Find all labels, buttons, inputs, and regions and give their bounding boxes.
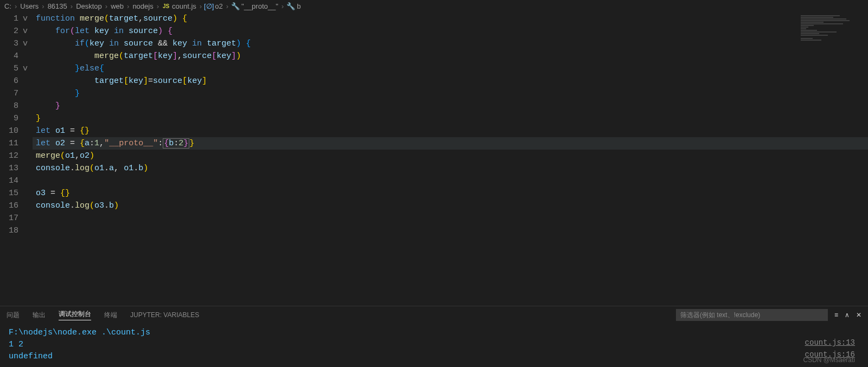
console-line: undefined <box>9 351 859 363</box>
tab-output[interactable]: 输出 <box>33 311 46 320</box>
fold-gutter[interactable]: v v v v <box>23 12 33 306</box>
code-line: console.log(o1.a, o1.b) <box>33 162 868 175</box>
code-line: target[key]=source[key] <box>33 75 868 87</box>
code-line: } <box>33 87 868 100</box>
chevron-right-icon: › <box>157 2 159 10</box>
crumb-symbol-b[interactable]: 🔧 b <box>287 2 301 10</box>
chevron-right-icon: › <box>200 2 202 10</box>
code-line: console.log(o3.b) <box>33 199 868 212</box>
crumb-file-label: count.js <box>172 2 196 10</box>
crumb-desktop[interactable]: Desktop <box>76 2 102 10</box>
debug-console-output[interactable]: F:\nodejs\node.exe .\count.js 1 2 undefi… <box>0 324 868 367</box>
chevron-right-icon: › <box>282 2 284 10</box>
line-number-gutter: 1 2 3 4 5 6 7 8 9 10 11 12 13 14 15 16 1… <box>0 12 23 306</box>
wrench-icon: 🔧 <box>287 3 295 10</box>
console-command: F:\nodejs\node.exe .\count.js <box>9 327 859 339</box>
breadcrumb: C:› Users› 86135› Desktop› web› nodejs› … <box>0 0 868 12</box>
code-line: if(key in source && key in target) { <box>33 37 868 50</box>
object-icon: [∅] <box>205 3 213 10</box>
code-content[interactable]: function merge(target,source) { for(let … <box>33 12 868 306</box>
crumb-nodejs[interactable]: nodejs <box>132 2 153 10</box>
tab-problems[interactable]: 问题 <box>7 311 20 320</box>
chevron-right-icon: › <box>15 2 17 10</box>
code-line: merge(target[key],source[key]) <box>33 50 868 62</box>
crumb-sym-label: b <box>297 2 301 10</box>
console-line: 1 2 <box>9 339 859 351</box>
chevron-right-icon: › <box>71 2 73 10</box>
code-line <box>33 224 868 237</box>
minimap[interactable] <box>801 15 866 47</box>
code-line: }else{ <box>33 62 868 75</box>
chevron-right-icon: › <box>105 2 107 10</box>
chevron-right-icon: › <box>127 2 129 10</box>
close-icon[interactable]: ✕ <box>856 311 861 319</box>
code-line <box>33 175 868 187</box>
code-line-active: let o2 = {a:1,"__proto__":{b:2}} <box>33 137 868 150</box>
tab-terminal[interactable]: 终端 <box>104 311 117 320</box>
tab-debug-console[interactable]: 调试控制台 <box>59 310 91 320</box>
crumb-sym-label: "__proto__" <box>241 2 278 10</box>
source-location-link[interactable]: count.js:13 <box>805 337 855 349</box>
code-line: let o1 = {} <box>33 125 868 137</box>
code-line: function merge(target,source) { <box>33 12 868 25</box>
watermark: CSDN @Msaerati <box>803 354 855 366</box>
crumb-86135[interactable]: 86135 <box>48 2 67 10</box>
js-file-icon: JS <box>162 3 170 10</box>
crumb-symbol-o2[interactable]: [∅] o2 <box>205 2 222 10</box>
crumb-drive[interactable]: C: <box>4 2 11 10</box>
filter-input[interactable] <box>676 309 828 321</box>
crumb-users[interactable]: Users <box>20 2 39 10</box>
code-line: o3 = {} <box>33 187 868 199</box>
wrench-icon: 🔧 <box>232 3 239 10</box>
code-line: for(let key in source) { <box>33 25 868 37</box>
crumb-sym-label: o2 <box>215 2 222 10</box>
editor[interactable]: 1 2 3 4 5 6 7 8 9 10 11 12 13 14 15 16 1… <box>0 12 868 306</box>
crumb-file[interactable]: JS count.js <box>162 2 196 10</box>
bottom-panel: 问题 输出 调试控制台 终端 JUPYTER: VARIABLES ≡ ∧ ✕ … <box>0 306 868 367</box>
crumb-web[interactable]: web <box>111 2 124 10</box>
tab-jupyter-variables[interactable]: JUPYTER: VARIABLES <box>130 311 199 319</box>
filter-settings-icon[interactable]: ≡ <box>834 311 838 319</box>
code-line: merge(o1,o2) <box>33 150 868 162</box>
code-line <box>33 212 868 224</box>
code-line: } <box>33 112 868 125</box>
crumb-symbol-proto[interactable]: 🔧 "__proto__" <box>232 2 278 10</box>
chevron-right-icon: › <box>42 2 44 10</box>
chevron-up-icon[interactable]: ∧ <box>845 311 850 319</box>
chevron-right-icon: › <box>226 2 228 10</box>
code-line: } <box>33 100 868 112</box>
